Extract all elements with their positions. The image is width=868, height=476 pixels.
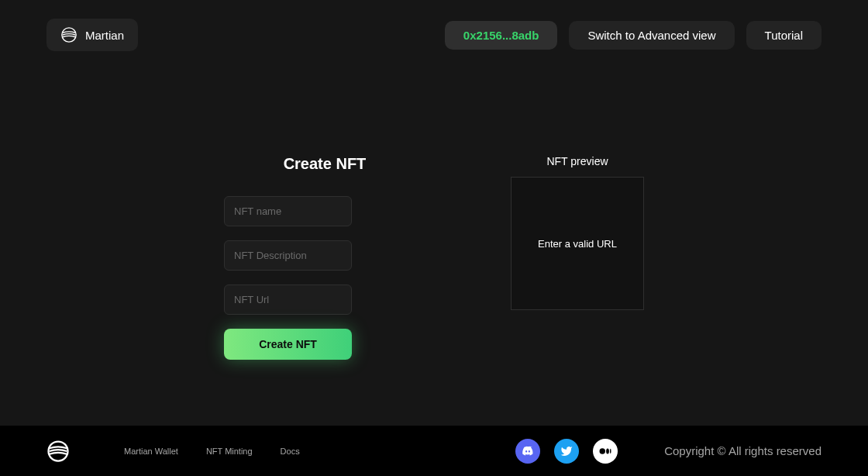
tutorial-button[interactable]: Tutorial — [746, 21, 822, 50]
nft-url-input[interactable] — [224, 285, 352, 315]
footer-links: Martian Wallet NFT Minting Docs — [124, 447, 300, 456]
footer-left: Martian Wallet NFT Minting Docs — [46, 440, 300, 463]
medium-icon — [598, 444, 612, 458]
preview-empty-message: Enter a valid URL — [538, 238, 617, 250]
header-right: 0x2156...8adb Switch to Advanced view Tu… — [445, 21, 822, 50]
social-links — [515, 439, 618, 464]
footer-right: Copyright © All rights reserved — [515, 439, 822, 464]
nft-description-input[interactable] — [224, 240, 352, 271]
footer-link-docs[interactable]: Docs — [281, 447, 300, 456]
twitter-icon — [560, 445, 573, 457]
brand-button[interactable]: Martian — [46, 19, 138, 51]
footer-link-minting[interactable]: NFT Minting — [206, 447, 253, 456]
discord-icon — [521, 444, 535, 458]
svg-point-4 — [610, 448, 611, 453]
medium-link[interactable] — [593, 439, 618, 464]
main-content: Create NFT Create NFT NFT preview Enter … — [0, 70, 868, 360]
twitter-link[interactable] — [554, 439, 579, 464]
nft-preview-panel: NFT preview Enter a valid URL — [511, 155, 644, 360]
create-nft-form: Create NFT Create NFT — [224, 155, 425, 360]
header: Martian 0x2156...8adb Switch to Advanced… — [0, 0, 868, 70]
footer-logo-icon — [46, 440, 70, 463]
wallet-address-pill[interactable]: 0x2156...8adb — [445, 21, 558, 50]
discord-link[interactable] — [515, 439, 540, 464]
preview-box: Enter a valid URL — [511, 177, 644, 310]
svg-point-2 — [600, 448, 606, 454]
brand-label: Martian — [85, 29, 124, 42]
advanced-view-button[interactable]: Switch to Advanced view — [569, 21, 734, 50]
footer: Martian Wallet NFT Minting Docs — [0, 426, 868, 476]
martian-logo-icon — [60, 26, 78, 43]
preview-title: NFT preview — [546, 155, 608, 167]
svg-point-3 — [606, 448, 609, 454]
create-nft-button[interactable]: Create NFT — [224, 329, 352, 360]
footer-link-wallet[interactable]: Martian Wallet — [124, 447, 178, 456]
form-title: Create NFT — [284, 155, 367, 173]
nft-name-input[interactable] — [224, 196, 352, 226]
copyright-text: Copyright © All rights reserved — [664, 444, 822, 457]
